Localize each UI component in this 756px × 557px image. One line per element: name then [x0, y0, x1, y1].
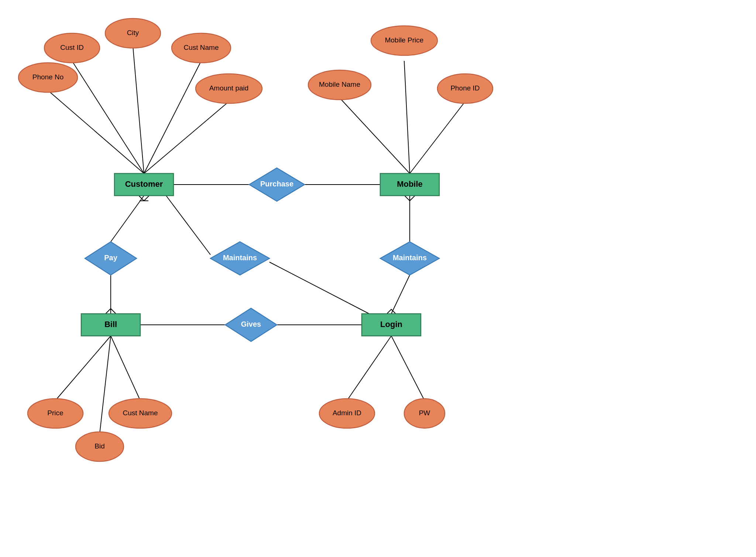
svg-line-10: [100, 336, 111, 434]
svg-text:Cust Name: Cust Name: [123, 409, 158, 417]
svg-text:Admin ID: Admin ID: [333, 409, 361, 417]
svg-line-9: [111, 336, 140, 400]
svg-text:PW: PW: [419, 409, 430, 417]
svg-line-20: [391, 275, 410, 314]
svg-line-5: [404, 61, 410, 173]
svg-text:Maintains: Maintains: [223, 254, 257, 262]
svg-text:Mobile Name: Mobile Name: [319, 80, 360, 88]
svg-text:Amount paid: Amount paid: [209, 84, 249, 92]
svg-line-8: [55, 336, 111, 400]
svg-text:Login: Login: [380, 320, 402, 329]
svg-text:Gives: Gives: [241, 320, 261, 328]
svg-text:Bill: Bill: [104, 320, 117, 329]
svg-text:Pay: Pay: [104, 254, 117, 262]
svg-line-12: [391, 336, 425, 400]
svg-line-1: [133, 46, 144, 173]
svg-line-22: [269, 262, 369, 314]
svg-line-3: [48, 90, 144, 173]
svg-line-6: [340, 98, 410, 173]
svg-line-0: [72, 61, 144, 173]
svg-line-11: [347, 336, 391, 400]
svg-line-21: [166, 196, 210, 255]
svg-text:Purchase: Purchase: [260, 180, 293, 188]
er-diagram: CustomerMobileBillLoginPurchasePayGivesM…: [0, 0, 756, 557]
svg-text:Cust Name: Cust Name: [183, 44, 219, 51]
svg-text:City: City: [127, 29, 139, 37]
svg-line-4: [144, 102, 229, 173]
svg-line-7: [410, 102, 465, 173]
svg-text:Bid: Bid: [94, 442, 104, 450]
diagram-canvas: CustomerMobileBillLoginPurchasePayGivesM…: [0, 0, 756, 557]
svg-text:Customer: Customer: [125, 179, 163, 189]
svg-line-15: [111, 196, 144, 242]
svg-text:Mobile Price: Mobile Price: [385, 36, 424, 44]
svg-text:Phone No: Phone No: [32, 73, 64, 81]
svg-text:Phone ID: Phone ID: [450, 84, 480, 92]
svg-text:Mobile: Mobile: [397, 179, 423, 189]
svg-text:Cust ID: Cust ID: [60, 44, 83, 51]
svg-text:Price: Price: [47, 409, 63, 417]
svg-text:Maintains: Maintains: [393, 254, 427, 262]
svg-line-2: [144, 61, 201, 173]
